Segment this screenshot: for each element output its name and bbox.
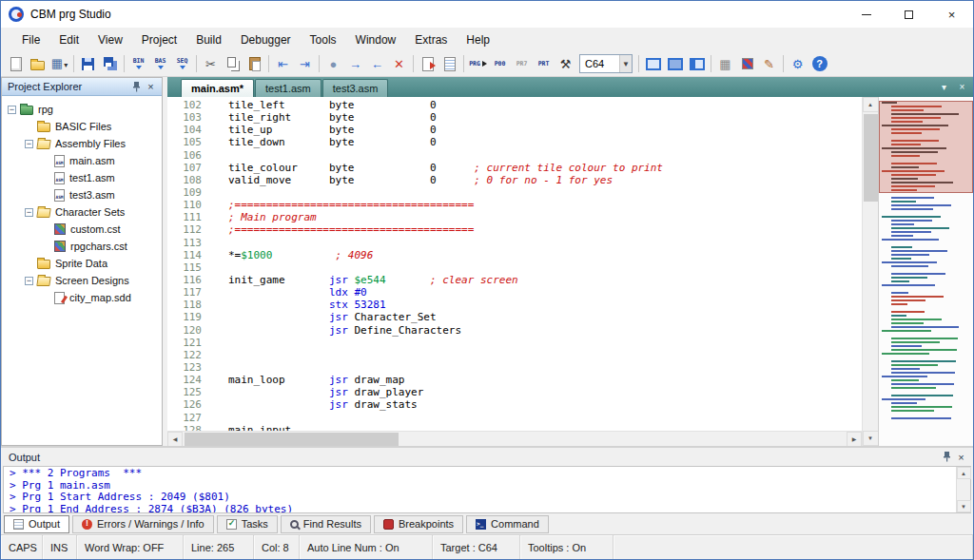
save-button[interactable]	[77, 53, 99, 75]
code-line-117[interactable]: 117 ldx #0	[167, 286, 862, 299]
close-document-button[interactable]: ×	[956, 82, 968, 92]
expand-collapse-box[interactable]: −	[25, 140, 33, 148]
output-tab-breakpoints[interactable]: Breakpoints	[374, 515, 463, 533]
code-line-103[interactable]: 103tile_right byte 0	[167, 111, 862, 124]
char-editor-button[interactable]	[736, 53, 758, 75]
save-all-button[interactable]	[99, 53, 121, 75]
expand-collapse-box[interactable]: −	[25, 277, 33, 285]
indent-button[interactable]: ⇥	[294, 53, 316, 75]
export-seq-button[interactable]: SEQ	[171, 53, 193, 75]
tree-item-screen-designs[interactable]: −Screen Designs	[2, 272, 162, 289]
screen-editor-button[interactable]	[642, 53, 664, 75]
menu-window[interactable]: Window	[346, 29, 406, 50]
vertical-scrollbar[interactable]: ▲ ▼	[862, 97, 878, 446]
menu-tools[interactable]: Tools	[301, 29, 346, 50]
close-output-button[interactable]: ×	[954, 450, 968, 464]
code-line-125[interactable]: 125 jsr draw_player	[167, 386, 862, 398]
tree-item-assembly-files[interactable]: −Assembly Files	[2, 135, 162, 152]
code-line-114[interactable]: 114*=$1000 ; 4096	[167, 249, 862, 261]
tab-main-asm[interactable]: main.asm*	[181, 79, 254, 97]
tree-item-test1-asm[interactable]: test1.asm	[2, 169, 162, 186]
code-line-106[interactable]: 106	[167, 149, 862, 162]
paste-button[interactable]	[244, 53, 265, 75]
open-project-button[interactable]	[27, 53, 49, 75]
output-tab-command[interactable]: Command	[466, 515, 549, 533]
code-minimap[interactable]	[878, 97, 973, 446]
export-prt-button[interactable]: PRT	[533, 53, 555, 75]
menu-build[interactable]: Build	[186, 29, 231, 50]
pin-panel-button[interactable]	[129, 80, 144, 94]
new-file-button[interactable]	[5, 53, 27, 75]
scroll-left-button[interactable]: ◀	[167, 432, 183, 447]
code-line-113[interactable]: 113	[167, 237, 862, 249]
code-line-118[interactable]: 118 stx 53281	[167, 299, 862, 311]
cut-button[interactable]: ✂	[200, 53, 222, 75]
code-line-107[interactable]: 107tile_colour byte 0 ; current tile col…	[167, 162, 862, 174]
export-prg-button[interactable]: PRG	[467, 53, 489, 75]
close-button[interactable]: ×	[930, 1, 973, 28]
step-back-button[interactable]: ←	[366, 53, 388, 75]
code-line-110[interactable]: 110;====================================…	[167, 199, 862, 211]
code-line-127[interactable]: 127	[167, 412, 862, 424]
minimap-viewport[interactable]	[879, 101, 973, 193]
menu-view[interactable]: View	[88, 29, 132, 50]
menu-debugger[interactable]: Debugger	[231, 29, 301, 50]
menu-extras[interactable]: Extras	[405, 29, 457, 50]
tab-test3-asm[interactable]: test3.asm	[322, 79, 389, 97]
horizontal-scrollbar[interactable]: ◀ ▶	[167, 431, 862, 446]
output-tab-errors-warnings-info[interactable]: Errors / Warnings / Info	[72, 515, 214, 533]
code-line-119[interactable]: 119 jsr Character_Set	[167, 311, 862, 323]
code-line-126[interactable]: 126 jsr draw_stats	[167, 398, 862, 411]
menu-help[interactable]: Help	[457, 29, 499, 50]
scroll-up-button[interactable]: ▲	[863, 97, 879, 112]
edit-notes-button[interactable]: ✎	[758, 53, 780, 75]
code-line-120[interactable]: 120 jsr Define_Characters	[167, 324, 862, 337]
expand-collapse-box[interactable]: −	[8, 106, 16, 114]
code-line-104[interactable]: 104tile_up byte 0	[167, 124, 862, 136]
output-scroll-down-button[interactable]: ▼	[957, 500, 971, 512]
target-select[interactable]: C64▼	[579, 54, 633, 73]
code-line-116[interactable]: 116init_game jsr $e544 ; clear screen	[167, 274, 862, 286]
outdent-button[interactable]: ⇤	[272, 53, 294, 75]
pin-output-button[interactable]	[940, 450, 954, 464]
code-line-124[interactable]: 124main_loop jsr draw_map	[167, 374, 862, 386]
view-windows-button[interactable]: ▦	[49, 53, 70, 75]
code-line-109[interactable]: 109	[167, 186, 862, 199]
minimize-button[interactable]	[845, 1, 887, 28]
run-button[interactable]: ●	[322, 53, 344, 75]
expand-collapse-box[interactable]: −	[25, 208, 33, 217]
tree-item-basic-files[interactable]: BASIC Files	[2, 118, 162, 135]
export-bin-button[interactable]: BIN	[127, 53, 149, 75]
code-line-128[interactable]: 128main_input	[167, 424, 862, 431]
code-line-115[interactable]: 115	[167, 261, 862, 274]
tree-item-rpg[interactable]: −rpg	[2, 101, 162, 118]
copy-button[interactable]	[222, 53, 244, 75]
stop-button[interactable]: ✕	[388, 53, 410, 75]
close-panel-button[interactable]: ×	[144, 80, 158, 94]
output-tab-tasks[interactable]: Tasks	[217, 515, 278, 533]
tree-item-sprite-data[interactable]: Sprite Data	[2, 255, 162, 272]
maximize-button[interactable]	[887, 1, 930, 28]
screen-wizard-button[interactable]	[686, 53, 708, 75]
menu-file[interactable]: File	[12, 29, 49, 50]
export-bas-button[interactable]: BAS	[149, 53, 171, 75]
output-scrollbar[interactable]: ▲ ▼	[956, 467, 970, 512]
code-line-108[interactable]: 108valid_move byte 0 ; 0 for no - 1 for …	[167, 174, 862, 186]
tree-item-custom-cst[interactable]: custom.cst	[2, 221, 162, 238]
tree-item-rpgchars-cst[interactable]: rpgchars.cst	[2, 238, 162, 255]
help-button[interactable]: ?	[808, 53, 830, 75]
tree-item-main-asm[interactable]: main.asm	[2, 152, 162, 169]
menu-edit[interactable]: Edit	[49, 29, 88, 50]
tree-item-city-map-sdd[interactable]: city_map.sdd	[2, 289, 162, 306]
code-line-121[interactable]: 121	[167, 337, 862, 349]
crunch-button[interactable]: ⚒	[555, 53, 576, 75]
tab-list-button[interactable]: ▾	[938, 82, 950, 92]
output-tab-output[interactable]: Output	[4, 515, 69, 533]
code-line-122[interactable]: 122	[167, 349, 862, 361]
code-editor[interactable]: 102tile_left byte 0103tile_right byte 01…	[167, 97, 862, 431]
menu-project[interactable]: Project	[132, 29, 186, 50]
code-line-123[interactable]: 123	[167, 361, 862, 374]
scroll-right-button[interactable]: ▶	[847, 432, 862, 447]
build-notes-button[interactable]	[438, 53, 460, 75]
scroll-down-button[interactable]: ▼	[863, 431, 879, 446]
